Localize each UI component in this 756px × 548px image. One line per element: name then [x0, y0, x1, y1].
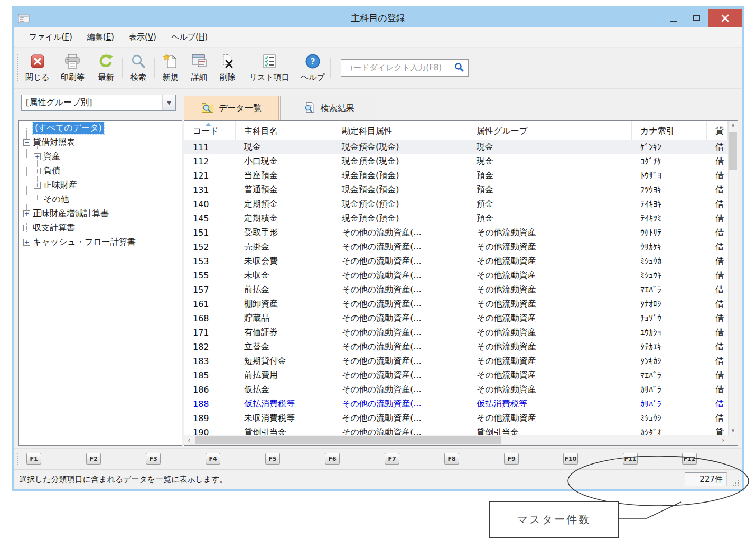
tree-item[interactable]: (すべてのデータ): [19, 121, 182, 135]
group-filter-select[interactable]: [属性グループ別] ▼: [21, 95, 176, 111]
table-row[interactable]: 152売掛金その他の流動資産(...その他流動資産ｳﾘｶｹｷ借: [184, 240, 728, 254]
fkey-f6[interactable]: F6: [325, 453, 340, 465]
tree-item[interactable]: +正味財産増減計算書: [19, 207, 182, 221]
tab-label: 検索結果: [321, 103, 354, 114]
cell-attr: 現金預金(現金): [333, 156, 468, 167]
annotation-label: マスター件数: [517, 513, 591, 527]
vertical-scroll-thumb[interactable]: [729, 132, 737, 170]
table-row[interactable]: 185前払費用その他の流動資産(...その他流動資産ﾏｴﾊﾞﾗ借: [184, 368, 728, 383]
new-icon: [163, 53, 179, 71]
expand-plus-icon[interactable]: +: [34, 168, 41, 174]
fkey-f1[interactable]: F1: [26, 453, 41, 465]
table-row[interactable]: 140定期預金現金預金(預金)預金ﾃｲｷﾖｷ借: [184, 197, 728, 211]
tree-item[interactable]: その他: [19, 192, 182, 207]
fkey-f9[interactable]: F9: [504, 453, 519, 465]
horizontal-scrollbar[interactable]: ‹ ›: [184, 435, 728, 445]
list-items-button[interactable]: リスト項目: [246, 52, 293, 83]
horizontal-scroll-thumb[interactable]: [195, 436, 501, 444]
tree-item[interactable]: +正味財産: [19, 178, 182, 192]
search-button[interactable]: 検索: [124, 52, 153, 83]
menu-file[interactable]: ファイル(F): [22, 32, 80, 42]
column-header[interactable]: 属性グループ: [468, 121, 632, 140]
close-button[interactable]: [708, 9, 742, 27]
minimize-button[interactable]: [661, 9, 685, 27]
table-row[interactable]: 145定期積金現金預金(預金)預金ﾃｲｷﾂﾐ借: [184, 211, 728, 226]
fkey-f5[interactable]: F5: [265, 453, 280, 465]
table-row[interactable]: 189未収消費税等その他の流動資産(...その他流動資産ﾐｼｭｳｼ借: [184, 411, 728, 425]
table-row[interactable]: 183短期貸付金その他の流動資産(...その他流動資産ﾀﾝｷｶｼ借: [184, 354, 728, 368]
expand-plus-icon[interactable]: +: [23, 210, 30, 217]
fkey-f3[interactable]: F3: [146, 453, 161, 465]
fkey-f12[interactable]: F12: [682, 453, 697, 465]
toolbar-separator: [295, 58, 295, 78]
table-row[interactable]: 151受取手形その他の流動資産(...その他流動資産ｳｹﾄﾘﾃ借: [184, 226, 728, 240]
tab-strip: データ一覧検索結果: [184, 96, 377, 120]
status-message: 選択した分類項目に含まれるデータを一覧に表示します。: [19, 475, 228, 485]
collapse-minus-icon[interactable]: −: [23, 139, 30, 146]
close-button[interactable]: 閉じる: [22, 52, 53, 83]
scroll-down-icon[interactable]: ∨: [729, 425, 738, 435]
delete-button[interactable]: 削除: [213, 52, 242, 83]
table-row[interactable]: 168貯蔵品その他の流動資産(...その他流動資産ﾁｮｿﾞｳ借: [184, 311, 728, 326]
fkey-f10[interactable]: F10: [563, 453, 578, 465]
expand-plus-icon[interactable]: +: [23, 225, 30, 231]
tree-item[interactable]: +資産: [19, 150, 182, 164]
table-row[interactable]: 121当座預金現金預金(預金)預金ﾄｳｻﾞﾖ借: [184, 169, 728, 183]
table-row[interactable]: 153未収会費その他の流動資産(...その他流動資産ﾐｼｭｳｶ借: [184, 254, 728, 268]
fkey-f4[interactable]: F4: [206, 453, 220, 465]
cell-name: 未収金: [236, 270, 333, 281]
chevron-down-icon[interactable]: ▼: [162, 95, 175, 110]
table-row[interactable]: 188仮払消費税等その他の流動資産(...仮払消費税等ｶﾘﾊﾞﾗ借: [184, 397, 728, 411]
list-icon: [262, 53, 277, 71]
column-header[interactable]: 勘定科目属性: [333, 121, 468, 140]
tree-item[interactable]: +収支計算書: [19, 221, 182, 235]
print-button[interactable]: 印刷等: [57, 52, 88, 83]
table-row[interactable]: 161棚卸資産その他の流動資産(...その他流動資産ﾀﾅｵﾛｼ借: [184, 297, 728, 311]
help-button[interactable]: ?ヘルプ: [297, 52, 329, 83]
column-header[interactable]: カナ索引: [632, 121, 707, 140]
column-header[interactable]: コード: [184, 121, 236, 140]
table-row[interactable]: 111現金現金預金(現金)現金ｹﾞﾝｷﾝ借: [184, 140, 728, 154]
table-row[interactable]: 157前払金その他の流動資産(...その他流動資産ﾏｴﾊﾞﾗ借: [184, 283, 728, 297]
cell-name: 当座預金: [236, 170, 333, 181]
vertical-scrollbar[interactable]: ∧ ∨: [728, 121, 738, 435]
scroll-right-icon[interactable]: ›: [718, 435, 728, 445]
fkey-f7[interactable]: F7: [385, 453, 399, 465]
column-header[interactable]: 主科目名: [236, 121, 333, 140]
tree-item[interactable]: +キャッシュ・フロー計算書: [19, 235, 182, 249]
menu-view[interactable]: 表示(V): [122, 32, 164, 42]
maximize-button[interactable]: [685, 9, 708, 27]
table-row[interactable]: 182立替金その他の流動資産(...その他流動資産ﾀﾃｶｴｷ借: [184, 340, 728, 354]
fkey-f11[interactable]: F11: [623, 453, 638, 465]
refresh-button[interactable]: 最新: [92, 52, 120, 83]
expand-plus-icon[interactable]: +: [23, 239, 30, 246]
scroll-up-icon[interactable]: ∧: [729, 121, 738, 131]
input-search-icon[interactable]: [454, 62, 464, 74]
table-row[interactable]: 155未収金その他の流動資産(...その他流動資産ﾐｼｭｳｷ借: [184, 268, 728, 283]
cell-attr: その他の流動資産(...: [333, 370, 468, 381]
tab-search-results[interactable]: 検索結果: [280, 96, 377, 120]
tree-item[interactable]: +負債: [19, 164, 182, 178]
menu-help[interactable]: ヘルプ(H): [164, 32, 215, 42]
fkey-f8[interactable]: F8: [444, 453, 459, 465]
scroll-left-icon[interactable]: ‹: [184, 435, 194, 445]
cell-attr: 現金預金(預金): [333, 184, 468, 196]
menu-edit[interactable]: 編集(E): [80, 32, 122, 42]
column-header[interactable]: 貸: [707, 121, 728, 140]
table-row[interactable]: 112小口現金現金預金(現金)現金ｺｸﾞﾁｹ借: [184, 154, 728, 169]
expand-plus-icon[interactable]: +: [34, 153, 41, 160]
tab-data-list[interactable]: データ一覧: [184, 96, 279, 120]
table-row[interactable]: 131普通預金現金預金(預金)預金ﾌﾂｳﾖｷ借: [184, 183, 728, 197]
fkey-f2[interactable]: F2: [86, 453, 101, 465]
table-row[interactable]: 171有価証券その他の流動資産(...その他流動資産ﾕｳｶｼｮ借: [184, 326, 728, 340]
expand-plus-icon[interactable]: +: [34, 182, 41, 189]
print-icon: [64, 53, 81, 71]
new-button[interactable]: 新規: [156, 52, 185, 83]
tree-item[interactable]: −貸借対照表: [19, 135, 182, 150]
table-row[interactable]: 186仮払金その他の流動資産(...その他流動資産ｶﾘﾊﾞﾗ借: [184, 383, 728, 397]
table-row[interactable]: 190貸倒引当金その他の流動資産(...貸倒引当金ｶｼﾀﾞｵ貸: [184, 425, 728, 435]
detail-button[interactable]: 詳細: [185, 52, 213, 83]
code-direct-input[interactable]: コードダイレクト入力(F8): [341, 59, 469, 77]
maximize-icon: [693, 15, 700, 21]
resize-grip-icon[interactable]: [733, 485, 734, 486]
